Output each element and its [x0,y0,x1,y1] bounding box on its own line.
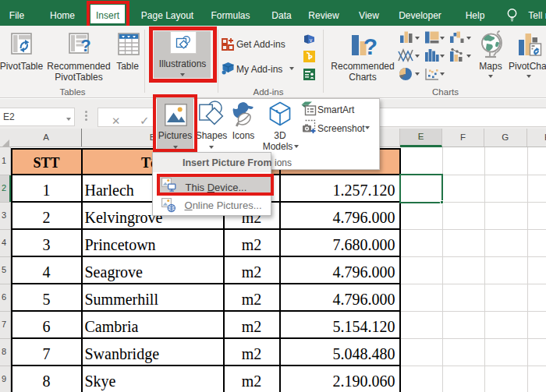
svg-text:v: v [310,37,313,43]
svg-text:?: ? [363,34,378,59]
svg-text:?: ? [80,36,90,55]
